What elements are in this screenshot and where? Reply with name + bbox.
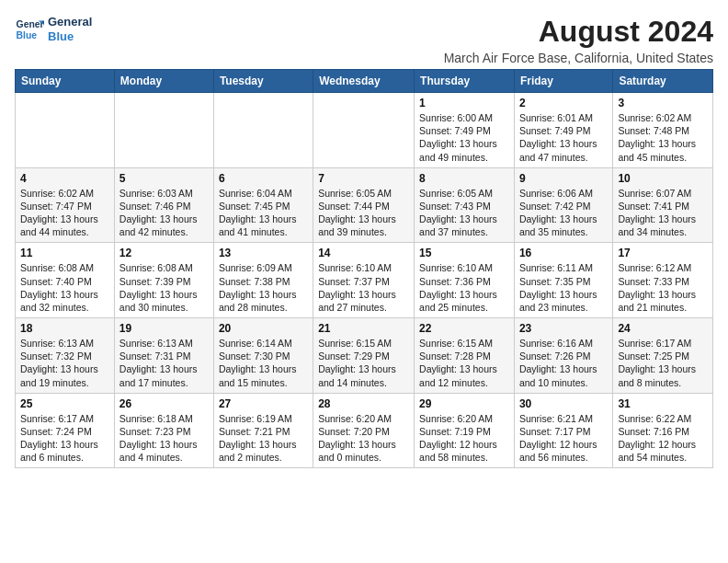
calendar-cell: 5Sunrise: 6:03 AM Sunset: 7:46 PM Daylig… <box>114 167 213 243</box>
day-number: 27 <box>219 397 308 410</box>
calendar-cell <box>213 93 313 168</box>
calendar-cell: 16Sunrise: 6:11 AM Sunset: 7:35 PM Dayli… <box>514 243 612 318</box>
calendar-cell: 25Sunrise: 6:17 AM Sunset: 7:24 PM Dayli… <box>16 393 115 468</box>
weekday-header: Sunday <box>16 70 115 93</box>
day-info: Sunrise: 6:21 AM Sunset: 7:17 PM Dayligh… <box>519 412 608 465</box>
calendar-cell <box>16 93 115 168</box>
day-info: Sunrise: 6:12 AM Sunset: 7:33 PM Dayligh… <box>618 261 708 314</box>
day-info: Sunrise: 6:20 AM Sunset: 7:20 PM Dayligh… <box>318 412 409 465</box>
day-number: 18 <box>20 322 109 335</box>
calendar-cell: 11Sunrise: 6:08 AM Sunset: 7:40 PM Dayli… <box>16 243 115 318</box>
day-number: 6 <box>219 172 308 185</box>
day-number: 12 <box>119 247 209 259</box>
day-info: Sunrise: 6:00 AM Sunset: 7:49 PM Dayligh… <box>419 111 509 164</box>
day-info: Sunrise: 6:15 AM Sunset: 7:28 PM Dayligh… <box>419 337 509 389</box>
calendar-cell <box>313 93 415 168</box>
calendar-cell: 18Sunrise: 6:13 AM Sunset: 7:32 PM Dayli… <box>16 318 115 394</box>
day-info: Sunrise: 6:13 AM Sunset: 7:31 PM Dayligh… <box>119 337 209 389</box>
day-number: 28 <box>318 397 409 410</box>
day-number: 13 <box>219 247 308 259</box>
logo: General Blue General Blue <box>15 15 92 44</box>
calendar-week-row: 4Sunrise: 6:02 AM Sunset: 7:47 PM Daylig… <box>16 167 713 243</box>
calendar-cell: 29Sunrise: 6:20 AM Sunset: 7:19 PM Dayli… <box>415 393 515 468</box>
calendar-cell: 31Sunrise: 6:22 AM Sunset: 7:16 PM Dayli… <box>613 393 713 468</box>
day-info: Sunrise: 6:05 AM Sunset: 7:44 PM Dayligh… <box>318 187 409 239</box>
day-info: Sunrise: 6:14 AM Sunset: 7:30 PM Dayligh… <box>219 337 308 389</box>
calendar-cell: 23Sunrise: 6:16 AM Sunset: 7:26 PM Dayli… <box>514 318 612 394</box>
logo-icon: General Blue <box>15 15 44 44</box>
calendar-cell: 12Sunrise: 6:08 AM Sunset: 7:39 PM Dayli… <box>114 243 213 318</box>
calendar-cell: 20Sunrise: 6:14 AM Sunset: 7:30 PM Dayli… <box>213 318 313 394</box>
day-info: Sunrise: 6:01 AM Sunset: 7:49 PM Dayligh… <box>519 111 608 164</box>
day-number: 1 <box>419 97 509 109</box>
day-number: 23 <box>519 322 608 335</box>
day-info: Sunrise: 6:18 AM Sunset: 7:23 PM Dayligh… <box>119 412 209 465</box>
day-info: Sunrise: 6:02 AM Sunset: 7:47 PM Dayligh… <box>20 187 109 239</box>
calendar-week-row: 1Sunrise: 6:00 AM Sunset: 7:49 PM Daylig… <box>16 93 713 168</box>
day-number: 14 <box>318 247 409 259</box>
day-info: Sunrise: 6:02 AM Sunset: 7:48 PM Dayligh… <box>618 111 708 164</box>
day-number: 11 <box>20 247 109 259</box>
day-number: 20 <box>219 322 308 335</box>
title-area: August 2024 March Air Force Base, Califo… <box>444 15 713 65</box>
calendar-table: SundayMondayTuesdayWednesdayThursdayFrid… <box>15 69 713 468</box>
day-info: Sunrise: 6:22 AM Sunset: 7:16 PM Dayligh… <box>618 412 708 465</box>
day-info: Sunrise: 6:03 AM Sunset: 7:46 PM Dayligh… <box>119 187 209 239</box>
calendar-cell: 15Sunrise: 6:10 AM Sunset: 7:36 PM Dayli… <box>415 243 515 318</box>
day-info: Sunrise: 6:15 AM Sunset: 7:29 PM Dayligh… <box>318 337 409 389</box>
day-number: 19 <box>119 322 209 335</box>
day-info: Sunrise: 6:08 AM Sunset: 7:39 PM Dayligh… <box>119 261 209 314</box>
day-info: Sunrise: 6:19 AM Sunset: 7:21 PM Dayligh… <box>219 412 308 465</box>
day-info: Sunrise: 6:06 AM Sunset: 7:42 PM Dayligh… <box>519 187 608 239</box>
day-number: 8 <box>419 172 509 185</box>
calendar-cell: 3Sunrise: 6:02 AM Sunset: 7:48 PM Daylig… <box>613 93 713 168</box>
day-info: Sunrise: 6:13 AM Sunset: 7:32 PM Dayligh… <box>20 337 109 389</box>
day-number: 21 <box>318 322 409 335</box>
calendar-week-row: 18Sunrise: 6:13 AM Sunset: 7:32 PM Dayli… <box>16 318 713 394</box>
calendar-week-row: 11Sunrise: 6:08 AM Sunset: 7:40 PM Dayli… <box>16 243 713 318</box>
weekday-header: Wednesday <box>313 70 415 93</box>
day-number: 2 <box>519 97 608 109</box>
day-number: 7 <box>318 172 409 185</box>
day-number: 30 <box>519 397 608 410</box>
calendar-cell: 7Sunrise: 6:05 AM Sunset: 7:44 PM Daylig… <box>313 167 415 243</box>
day-info: Sunrise: 6:17 AM Sunset: 7:25 PM Dayligh… <box>618 337 708 389</box>
day-number: 15 <box>419 247 509 259</box>
day-number: 3 <box>618 97 708 109</box>
main-title: August 2024 <box>444 15 713 49</box>
day-number: 4 <box>20 172 109 185</box>
calendar-cell: 14Sunrise: 6:10 AM Sunset: 7:37 PM Dayli… <box>313 243 415 318</box>
day-number: 26 <box>119 397 209 410</box>
calendar-cell: 13Sunrise: 6:09 AM Sunset: 7:38 PM Dayli… <box>213 243 313 318</box>
calendar-cell: 9Sunrise: 6:06 AM Sunset: 7:42 PM Daylig… <box>514 167 612 243</box>
day-info: Sunrise: 6:20 AM Sunset: 7:19 PM Dayligh… <box>419 412 509 465</box>
calendar-cell: 17Sunrise: 6:12 AM Sunset: 7:33 PM Dayli… <box>613 243 713 318</box>
weekday-header: Saturday <box>613 70 713 93</box>
day-info: Sunrise: 6:17 AM Sunset: 7:24 PM Dayligh… <box>20 412 109 465</box>
day-number: 24 <box>618 322 708 335</box>
calendar-cell: 30Sunrise: 6:21 AM Sunset: 7:17 PM Dayli… <box>514 393 612 468</box>
calendar-cell: 1Sunrise: 6:00 AM Sunset: 7:49 PM Daylig… <box>415 93 515 168</box>
logo-text-line2: Blue <box>48 29 92 44</box>
day-number: 16 <box>519 247 608 259</box>
calendar-cell: 21Sunrise: 6:15 AM Sunset: 7:29 PM Dayli… <box>313 318 415 394</box>
subtitle: March Air Force Base, California, United… <box>444 51 713 65</box>
calendar-cell: 2Sunrise: 6:01 AM Sunset: 7:49 PM Daylig… <box>514 93 612 168</box>
calendar-cell: 28Sunrise: 6:20 AM Sunset: 7:20 PM Dayli… <box>313 393 415 468</box>
calendar-week-row: 25Sunrise: 6:17 AM Sunset: 7:24 PM Dayli… <box>16 393 713 468</box>
calendar-cell: 22Sunrise: 6:15 AM Sunset: 7:28 PM Dayli… <box>415 318 515 394</box>
day-number: 10 <box>618 172 708 185</box>
weekday-header: Monday <box>114 70 213 93</box>
weekday-header: Tuesday <box>213 70 313 93</box>
day-number: 29 <box>419 397 509 410</box>
day-number: 9 <box>519 172 608 185</box>
weekday-header-row: SundayMondayTuesdayWednesdayThursdayFrid… <box>16 70 713 93</box>
logo-text-line1: General <box>48 15 92 29</box>
day-info: Sunrise: 6:08 AM Sunset: 7:40 PM Dayligh… <box>20 261 109 314</box>
day-number: 31 <box>618 397 708 410</box>
calendar-cell: 19Sunrise: 6:13 AM Sunset: 7:31 PM Dayli… <box>114 318 213 394</box>
day-info: Sunrise: 6:09 AM Sunset: 7:38 PM Dayligh… <box>219 261 308 314</box>
day-number: 17 <box>618 247 708 259</box>
day-info: Sunrise: 6:04 AM Sunset: 7:45 PM Dayligh… <box>219 187 308 239</box>
day-number: 25 <box>20 397 109 410</box>
